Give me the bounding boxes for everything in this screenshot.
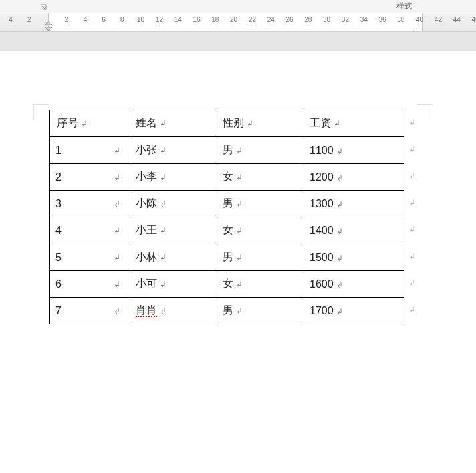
ruler-tick: 6 — [102, 16, 106, 23]
ruler-tick: 4 — [9, 16, 13, 23]
cell-name[interactable]: 小李↲ — [130, 164, 217, 191]
paragraph-mark-icon: ↲ — [336, 254, 343, 263]
row-end-mark-icon: ↲ — [409, 252, 416, 261]
table-row: 2↲小李↲女↲1200↲ — [50, 164, 404, 191]
ruler-tick: 30 — [323, 16, 330, 23]
cell-gender[interactable]: 女↲ — [217, 217, 304, 244]
ruler-tick: 34 — [360, 16, 368, 23]
paragraph-mark-icon: ↲ — [236, 199, 243, 209]
table-row: 1↲小张↲男↲1100↲ — [50, 137, 404, 164]
cell-salary[interactable]: 1100↲ — [304, 137, 404, 164]
header-salary: 工资↲ — [304, 110, 404, 137]
row-end-mark-icon: ↲ — [409, 171, 416, 181]
margin-corner-tr — [417, 104, 433, 120]
indent-marker-icon[interactable] — [45, 21, 52, 32]
styles-group-label: 样式 — [396, 1, 412, 12]
cell-num[interactable]: 6↲ — [50, 271, 130, 298]
cell-gender[interactable]: 男↲ — [217, 244, 304, 271]
cell-name[interactable]: 肖肖↲ — [130, 298, 217, 324]
paragraph-mark-icon: ↲ — [81, 119, 88, 128]
svg-marker-1 — [45, 27, 52, 31]
dialog-launcher-icon[interactable] — [40, 4, 47, 11]
ruler-tick: 18 — [211, 16, 219, 23]
paragraph-mark-icon: ↲ — [114, 306, 120, 316]
cell-gender[interactable]: 男↲ — [217, 137, 304, 164]
row-end-mark-icon: ↲ — [409, 198, 416, 207]
paragraph-mark-icon: ↲ — [160, 173, 166, 182]
cell-name[interactable]: 小张↲ — [130, 137, 217, 164]
cell-name[interactable]: 小林↲ — [130, 244, 217, 271]
right-indent-marker-icon[interactable] — [414, 27, 421, 32]
paragraph-mark-icon: ↲ — [336, 147, 343, 156]
paragraph-mark-icon: ↲ — [160, 253, 166, 262]
ruler-tick: 14 — [174, 16, 182, 23]
cell-gender[interactable]: 女↲ — [217, 271, 304, 298]
paragraph-mark-icon: ↲ — [160, 226, 166, 235]
ruler-tick: 20 — [230, 16, 237, 23]
paragraph-mark-icon: ↲ — [236, 306, 243, 316]
cell-salary[interactable]: 1400↲ — [304, 217, 404, 244]
paragraph-mark-icon: ↲ — [114, 199, 120, 209]
ruler-tick: 32 — [342, 16, 349, 23]
paragraph-mark-icon: ↲ — [336, 227, 343, 236]
cell-salary[interactable]: 1700↲ — [304, 298, 404, 324]
header-name: 姓名↲ — [130, 110, 217, 137]
cell-gender[interactable]: 女↲ — [217, 164, 304, 191]
ruler-tick: 42 — [435, 16, 442, 23]
paragraph-mark-icon: ↲ — [236, 173, 243, 182]
paragraph-mark-icon: ↲ — [336, 200, 343, 209]
ruler-tick: 4 — [83, 16, 87, 23]
cell-num[interactable]: 5↲ — [50, 244, 130, 271]
ruler-tick: 2 — [65, 16, 69, 23]
paragraph-mark-icon: ↲ — [160, 119, 166, 128]
ruler-tick: 46 — [471, 16, 476, 23]
paragraph-mark-icon: ↲ — [336, 280, 343, 290]
ruler-tick: 28 — [304, 16, 312, 23]
ruler-tick: 2 — [27, 16, 31, 23]
cell-salary[interactable]: 1300↲ — [304, 191, 404, 217]
paragraph-mark-icon: ↲ — [114, 280, 120, 289]
paragraph-mark-icon: ↲ — [114, 146, 120, 155]
paragraph-mark-icon: ↲ — [247, 119, 253, 128]
table-row: 6↲小可↲女↲1600↲ — [50, 271, 404, 298]
ruler-tick: 10 — [137, 16, 144, 23]
ruler-tick: 38 — [397, 16, 404, 23]
cell-num[interactable]: 3↲ — [50, 191, 130, 217]
ruler-tick: 22 — [249, 16, 256, 23]
cell-num[interactable]: 7↲ — [50, 298, 130, 324]
horizontal-ruler[interactable]: 4224681012141618202224262830323436384042… — [0, 13, 476, 32]
paragraph-mark-icon: ↲ — [160, 280, 166, 289]
cell-gender[interactable]: 男↲ — [217, 298, 304, 324]
ruler-tick: 26 — [285, 16, 293, 23]
paragraph-mark-icon: ↲ — [336, 173, 343, 183]
table-row: 5↲小林↲男↲1500↲ — [50, 244, 404, 271]
paragraph-mark-icon: ↲ — [336, 307, 343, 316]
cell-gender[interactable]: 男↲ — [217, 191, 304, 217]
cell-name[interactable]: 小可↲ — [130, 271, 217, 298]
svg-marker-0 — [45, 21, 52, 25]
cell-salary[interactable]: 1500↲ — [304, 244, 404, 271]
header-num: 序号↲ — [50, 110, 130, 137]
row-end-mark-icon: ↲ — [409, 145, 416, 154]
table-header-row: 序号↲ 姓名↲ 性别↲ 工资↲ — [50, 110, 404, 137]
row-end-mark-icon: ↲ — [409, 118, 416, 127]
cell-name[interactable]: 小陈↲ — [130, 191, 217, 217]
header-gender: 性别↲ — [217, 110, 304, 137]
ruler-tick: 12 — [156, 16, 163, 23]
row-end-mark-icon: ↲ — [409, 278, 416, 288]
table-row: 7↲肖肖↲男↲1700↲ — [50, 298, 404, 324]
document-page[interactable]: 序号↲ 姓名↲ 性别↲ 工资↲ 1↲小张↲男↲1100↲2↲小李↲女↲1200↲… — [0, 51, 476, 473]
margin-corner-tl — [33, 104, 49, 120]
table-row: 3↲小陈↲男↲1300↲ — [50, 191, 404, 217]
cell-salary[interactable]: 1600↲ — [304, 271, 404, 298]
ruler-tick: 40 — [416, 16, 423, 23]
cell-num[interactable]: 4↲ — [50, 217, 130, 244]
data-table[interactable]: 序号↲ 姓名↲ 性别↲ 工资↲ 1↲小张↲男↲1100↲2↲小李↲女↲1200↲… — [49, 110, 404, 324]
cell-num[interactable]: 2↲ — [50, 164, 130, 191]
paragraph-mark-icon: ↲ — [236, 253, 243, 262]
ruler-tick: 8 — [120, 16, 124, 23]
cell-name[interactable]: 小王↲ — [130, 217, 217, 244]
cell-salary[interactable]: 1200↲ — [304, 164, 404, 191]
cell-num[interactable]: 1↲ — [50, 137, 130, 164]
row-end-mark-icon: ↲ — [409, 225, 416, 234]
